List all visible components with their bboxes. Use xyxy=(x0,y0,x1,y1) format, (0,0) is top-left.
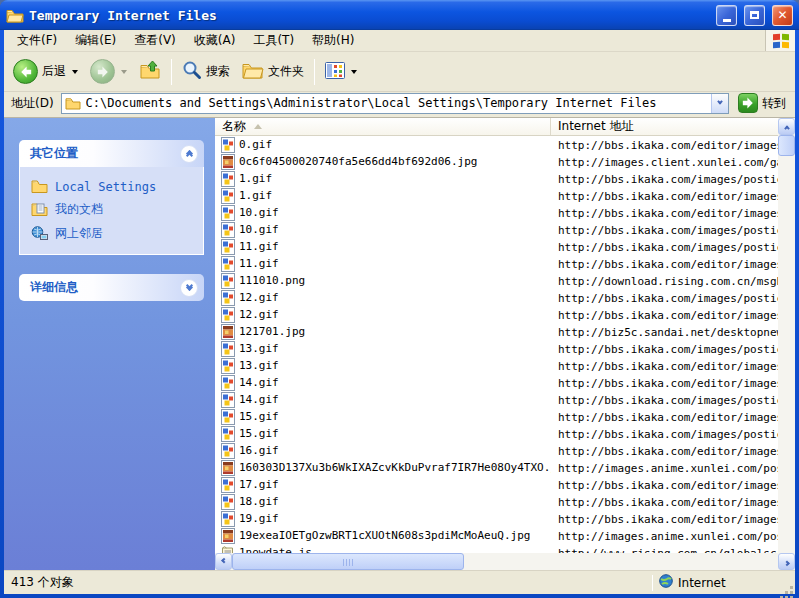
file-url: http://bbs.ikaka.com/images/posticons xyxy=(558,173,778,186)
gif-file-icon xyxy=(221,171,235,187)
menu-item[interactable]: 工具(T) xyxy=(244,30,303,51)
expand-button[interactable] xyxy=(180,279,198,297)
horizontal-scrollbar[interactable] xyxy=(215,553,795,570)
sidebar-item-my-documents[interactable]: 我的文档 xyxy=(31,201,197,218)
file-name: 121701.jpg xyxy=(239,325,305,338)
file-row[interactable]: 11.gif http://bbs.ikaka.com/images/posti… xyxy=(215,238,778,255)
file-name-cell: 14.gif xyxy=(215,392,551,408)
file-url-cell: http://bbs.ikaka.com/editor/images/sm xyxy=(551,444,778,458)
file-row[interactable]: 18.gif http://bbs.ikaka.com/editor/image… xyxy=(215,493,778,510)
file-name: 1.gif xyxy=(239,172,272,185)
folders-icon xyxy=(242,61,264,82)
file-url-cell: http://images.client.xunlei.com/galle xyxy=(551,155,778,169)
other-places-header[interactable]: 其它位置 xyxy=(19,140,204,167)
scroll-track[interactable] xyxy=(464,553,778,570)
file-row[interactable]: 15.gif http://bbs.ikaka.com/editor/image… xyxy=(215,408,778,425)
file-name: 0.gif xyxy=(239,138,272,151)
menu-item[interactable]: 帮助(H) xyxy=(303,30,363,51)
file-url: http://bbs.ikaka.com/editor/images/sm xyxy=(558,190,778,203)
sidebar-item-local-settings[interactable]: Local Settings xyxy=(31,179,197,194)
folders-button[interactable]: 文件夹 xyxy=(237,58,309,85)
column-header-name[interactable]: 名称 xyxy=(215,118,551,135)
file-row[interactable]: 19.gif http://bbs.ikaka.com/editor/image… xyxy=(215,510,778,527)
file-name-cell: 0c6f04500020740fa5e66dd4bf692d06.jpg xyxy=(215,154,551,170)
forward-button[interactable] xyxy=(85,56,132,87)
views-button[interactable] xyxy=(320,59,362,85)
close-icon: ✕ xyxy=(777,9,787,21)
scroll-right-button[interactable] xyxy=(778,553,795,570)
minimize-button[interactable] xyxy=(716,5,737,26)
close-button[interactable]: ✕ xyxy=(772,5,793,26)
file-url: http://images.anime.xunlei.com/poster xyxy=(558,462,778,475)
file-row[interactable]: 160303D137Xu3b6WkIXAZcvKkDuPvraf7IR7He08… xyxy=(215,459,778,476)
file-row[interactable]: 1.gif http://bbs.ikaka.com/images/postic… xyxy=(215,170,778,187)
sort-ascending-icon xyxy=(254,124,262,129)
file-row[interactable]: 1.gif http://bbs.ikaka.com/editor/images… xyxy=(215,187,778,204)
gif-file-icon xyxy=(221,443,235,459)
file-row[interactable]: 12.gif http://bbs.ikaka.com/editor/image… xyxy=(215,306,778,323)
file-row[interactable]: 10.gif http://bbs.ikaka.com/images/posti… xyxy=(215,221,778,238)
file-url: http://bbs.ikaka.com/editor/images/sm xyxy=(558,411,778,424)
maximize-button[interactable] xyxy=(744,5,765,26)
search-button[interactable]: 搜索 xyxy=(177,57,235,86)
file-row[interactable]: 12.gif http://bbs.ikaka.com/images/posti… xyxy=(215,289,778,306)
file-row[interactable]: 121701.jpg http://biz5c.sandai.net/deskt… xyxy=(215,323,778,340)
resize-grip[interactable] xyxy=(781,574,795,592)
back-button[interactable]: 后退 xyxy=(8,56,83,87)
file-row[interactable]: 1nowdate.js http://www.rising.com.cn/glo… xyxy=(215,544,778,553)
menu-item[interactable]: 文件(F) xyxy=(8,30,66,51)
task-pane: 其它位置 Local Settings我的文档网上邻居 详细信息 xyxy=(4,118,215,570)
file-url: http://bbs.ikaka.com/editor/images/sm xyxy=(558,445,778,458)
vertical-scroll-thumb[interactable] xyxy=(778,135,795,156)
status-bar: 413 个对象 Internet xyxy=(4,570,795,594)
file-name: 15.gif xyxy=(239,427,279,440)
file-row[interactable]: 15.gif http://bbs.ikaka.com/images/posti… xyxy=(215,425,778,442)
file-url: http://biz5c.sandai.net/desktopnews/i xyxy=(558,326,778,339)
details-header[interactable]: 详细信息 xyxy=(19,274,204,301)
go-label: 转到 xyxy=(762,95,786,112)
file-row[interactable]: 10.gif http://bbs.ikaka.com/editor/image… xyxy=(215,204,778,221)
file-row[interactable]: 11.gif http://bbs.ikaka.com/editor/image… xyxy=(215,255,778,272)
file-row[interactable]: 13.gif http://bbs.ikaka.com/images/posti… xyxy=(215,340,778,357)
go-button[interactable]: 转到 xyxy=(734,92,790,114)
column-label: Internet 地址 xyxy=(558,118,633,135)
gif-file-icon xyxy=(221,426,235,442)
gif-file-icon xyxy=(221,256,235,272)
scroll-left-button[interactable] xyxy=(215,553,232,570)
menu-item[interactable]: 查看(V) xyxy=(125,30,185,51)
file-row[interactable]: 13.gif http://bbs.ikaka.com/editor/image… xyxy=(215,357,778,374)
file-row[interactable]: 0c6f04500020740fa5e66dd4bf692d06.jpg htt… xyxy=(215,153,778,170)
column-header-internet-address[interactable]: Internet 地址 xyxy=(551,118,778,135)
file-url: http://bbs.ikaka.com/editor/images/sm xyxy=(558,513,778,526)
file-row[interactable]: 14.gif http://bbs.ikaka.com/images/posti… xyxy=(215,391,778,408)
file-row[interactable]: 0.gif http://bbs.ikaka.com/editor/images… xyxy=(215,136,778,153)
file-url: http://bbs.ikaka.com/editor/images/sm xyxy=(558,479,778,492)
scroll-up-button[interactable] xyxy=(778,118,795,135)
file-row[interactable]: 17.gif http://bbs.ikaka.com/editor/image… xyxy=(215,476,778,493)
file-name-cell: 11.gif xyxy=(215,239,551,255)
up-button[interactable] xyxy=(134,57,166,86)
collapse-button[interactable] xyxy=(180,145,198,163)
gif-file-icon xyxy=(221,239,235,255)
sidebar-item-network-places[interactable]: 网上邻居 xyxy=(31,225,197,242)
file-name: 12.gif xyxy=(239,291,279,304)
file-url: http://bbs.ikaka.com/images/posticons xyxy=(558,428,778,441)
vertical-scrollbar[interactable] xyxy=(778,118,795,553)
address-input[interactable] xyxy=(84,96,711,110)
menu-bar: 文件(F)编辑(E)查看(V)收藏(A)工具(T)帮助(H) xyxy=(4,30,795,52)
forward-dropdown-icon xyxy=(121,70,127,74)
address-dropdown-button[interactable] xyxy=(711,94,728,113)
file-name: 0c6f04500020740fa5e66dd4bf692d06.jpg xyxy=(239,155,477,168)
file-name: 10.gif xyxy=(239,223,279,236)
file-row[interactable]: 111010.png http://download.rising.com.cn… xyxy=(215,272,778,289)
horizontal-scroll-thumb[interactable] xyxy=(232,553,464,570)
file-url-cell: http://bbs.ikaka.com/editor/images/sm xyxy=(551,376,778,390)
file-row[interactable]: 19exeaIOETgOzwBRT1cXUOtN608s3pdiMcMoAeuQ… xyxy=(215,527,778,544)
file-row[interactable]: 14.gif http://bbs.ikaka.com/editor/image… xyxy=(215,374,778,391)
main-content: 其它位置 Local Settings我的文档网上邻居 详细信息 xyxy=(4,118,795,570)
file-name-cell: 13.gif xyxy=(215,341,551,357)
menu-item[interactable]: 收藏(A) xyxy=(185,30,245,51)
file-row[interactable]: 16.gif http://bbs.ikaka.com/editor/image… xyxy=(215,442,778,459)
menu-item[interactable]: 编辑(E) xyxy=(66,30,125,51)
network-places-icon xyxy=(31,226,48,241)
